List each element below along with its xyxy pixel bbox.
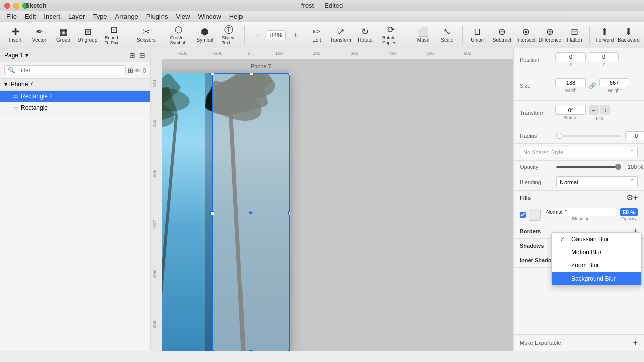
ungroup-button[interactable]: ⊞ Ungroup <box>76 25 99 45</box>
blur-option-zoom[interactable]: Zoom Blur <box>552 259 641 272</box>
opacity-slider[interactable] <box>556 166 621 168</box>
round-to-pixel-button[interactable]: ⊡ Round To Pixel <box>101 23 127 47</box>
menu-layer[interactable]: Layer <box>64 12 89 21</box>
layer-group-iphone[interactable]: ▾ iPhone 7 <box>0 79 150 90</box>
opacity-label: Opacity <box>520 164 552 170</box>
rotate-icon: ↻ <box>361 27 369 36</box>
scale-button[interactable]: ⤡ Scale <box>436 25 458 45</box>
position-row: Position X Y <box>520 52 638 67</box>
ruler-vertical: 100 200 300 400 500 600 <box>151 59 162 351</box>
fills-title: Fills <box>520 195 626 201</box>
layer-item-rectangle[interactable]: ▭ Rectangle <box>0 102 150 114</box>
filter-input[interactable] <box>17 67 122 74</box>
fill-color-swatch[interactable] <box>529 209 541 221</box>
fill-opacity-value[interactable]: 50 % <box>620 208 638 216</box>
toolbar-separator-3 <box>244 26 245 44</box>
zoom-in-button[interactable]: + <box>288 27 304 43</box>
menu-edit[interactable]: Edit <box>21 12 40 21</box>
flip-vertical-button[interactable]: ↕ <box>600 105 610 115</box>
menu-plugins[interactable]: Plugins <box>142 12 172 21</box>
layer-edit-toggle[interactable]: ✏ <box>135 67 141 74</box>
styled-text-icon: Ⓣ <box>224 25 233 34</box>
group-button[interactable]: ▦ Group <box>52 25 74 45</box>
toolbar-separator-1 <box>131 26 131 44</box>
width-input[interactable] <box>555 78 586 87</box>
radius-input[interactable] <box>625 131 644 140</box>
transform-button[interactable]: ⤢ Transform <box>330 25 352 45</box>
scissors-button[interactable]: ✂ Scissors <box>135 25 157 45</box>
size-label: Size <box>520 83 552 89</box>
app-name: Sketch <box>25 2 47 9</box>
flip-horizontal-button[interactable]: ↔ <box>589 105 599 115</box>
edit-button[interactable]: ✏ Edit <box>306 25 328 45</box>
height-input[interactable] <box>599 78 629 87</box>
center-handle <box>249 211 252 214</box>
menu-view[interactable]: View <box>172 12 194 21</box>
y-input[interactable] <box>589 52 619 61</box>
radius-slider[interactable] <box>556 135 621 137</box>
fills-header: Fills ⚙ + <box>514 191 644 205</box>
union-button[interactable]: ⊔ Union <box>466 25 489 45</box>
handle-bm <box>249 350 253 351</box>
make-exportable-add-button[interactable]: + <box>633 339 638 347</box>
canvas[interactable]: iPhone 7 <box>162 59 513 351</box>
shared-style-select[interactable]: No Shared Style ⌃ <box>520 147 638 157</box>
page-settings-icon[interactable]: ⊟ <box>138 50 146 60</box>
symbol-button[interactable]: ⬢ Symbol <box>194 25 216 45</box>
main-area: Page 1 ▾ ⊞ ⊟ 🔍 ⊞ ✏ 0 ▾ iPhone 7 <box>0 48 644 351</box>
flatten-button[interactable]: ⊟ Flatten <box>563 25 585 45</box>
position-label: Position <box>520 57 552 63</box>
vector-button[interactable]: ✒ Vector <box>28 25 50 45</box>
titlebar: Sketch frost — Edited <box>0 0 644 11</box>
menu-arrange[interactable]: Arrange <box>111 12 142 21</box>
menu-help[interactable]: Help <box>225 12 247 21</box>
opacity-value: 100 % <box>625 164 643 170</box>
rotate-button[interactable]: ↻ Rotate <box>354 25 376 45</box>
fill-checkbox[interactable] <box>520 212 526 218</box>
intersect-button[interactable]: ⊗ Intersect <box>515 25 537 45</box>
transform-section: Transform Rotate ↔ ↕ Flip <box>514 101 644 128</box>
x-sub: X <box>569 62 572 67</box>
insert-button[interactable]: ✚ Insert <box>4 25 26 45</box>
layer-filter-area: 🔍 ⊞ ✏ 0 <box>0 62 150 79</box>
x-input[interactable] <box>555 52 586 61</box>
vector-icon: ✒ <box>36 27 43 36</box>
close-button[interactable] <box>4 3 10 9</box>
styled-text-button[interactable]: Ⓣ Styled Text <box>218 23 240 47</box>
zoom-value[interactable]: 84% <box>267 30 286 40</box>
backward-button[interactable]: ⬇ Backward <box>618 25 640 45</box>
page-selector[interactable]: Page 1 ▾ <box>4 52 28 59</box>
forward-button[interactable]: ⬆ Forward <box>594 25 616 45</box>
subtract-button[interactable]: ⊖ Subtract <box>491 25 513 45</box>
filter-input-wrap: 🔍 <box>4 65 126 75</box>
mask-icon: ⬜ <box>418 27 429 36</box>
menu-insert[interactable]: Insert <box>40 12 64 21</box>
create-symbol-button[interactable]: ⬡ Create Symbol <box>166 23 192 47</box>
blur-option-gaussian[interactable]: ✓ Gaussian Blur <box>552 233 641 246</box>
forward-icon: ⬆ <box>601 27 608 36</box>
blur-option-motion[interactable]: Motion Blur <box>552 246 641 259</box>
rotate-input[interactable] <box>555 106 586 115</box>
fills-add-button[interactable]: + <box>633 194 638 202</box>
fills-gear-icon[interactable]: ⚙ <box>626 194 633 202</box>
mask-button[interactable]: ⬜ Mask <box>412 25 434 45</box>
minimize-button[interactable] <box>13 3 19 9</box>
menu-type[interactable]: Type <box>89 12 111 21</box>
sidebar-left-header: Page 1 ▾ ⊞ ⊟ <box>0 48 150 62</box>
layer-item-rectangle2[interactable]: ▭ Rectangle 2 <box>0 90 150 102</box>
zoom-out-button[interactable]: − <box>249 27 265 43</box>
layer-view-toggle[interactable]: ⊞ <box>128 67 133 74</box>
rotate-copies-button[interactable]: ⟳ Rotate Copies <box>378 23 404 47</box>
difference-button[interactable]: ⊕ Difference <box>539 25 561 45</box>
menu-file[interactable]: File <box>2 12 21 21</box>
blending-row: Blending Normal ⌃ <box>514 173 644 191</box>
blur-option-background[interactable]: Background Blur <box>552 272 641 285</box>
shared-style-label: No Shared Style <box>523 149 564 155</box>
blending-select[interactable]: Normal ⌃ <box>556 176 638 187</box>
menu-window[interactable]: Window <box>194 12 225 21</box>
add-page-button[interactable]: ⊞ <box>128 50 136 60</box>
fill-blending-select[interactable]: Normal ⌃ <box>544 208 617 216</box>
lock-aspect-icon[interactable]: 🔗 <box>589 82 596 89</box>
y-sub: Y <box>602 62 605 67</box>
gaussian-blur-label: Gaussian Blur <box>571 236 609 243</box>
